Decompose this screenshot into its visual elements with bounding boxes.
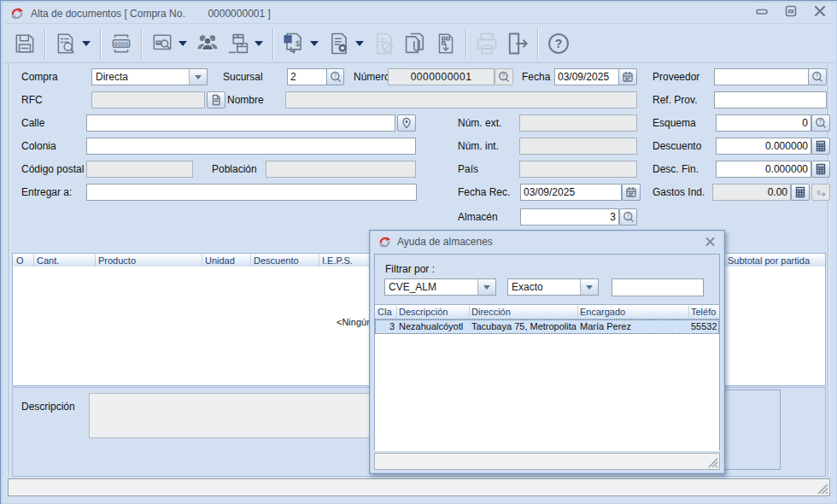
calle-input[interactable] (86, 114, 395, 132)
col-header-unidad[interactable]: Unidad (205, 255, 235, 266)
calculator-icon (815, 163, 827, 175)
ref-prov-input[interactable] (714, 91, 827, 108)
descargar-cfdi-button[interactable] (430, 27, 461, 60)
minimize-icon (755, 4, 769, 18)
document-qr-download-icon (434, 32, 458, 56)
numero-search-button[interactable]: ? (495, 68, 513, 85)
column-divider (95, 255, 96, 267)
adjuntar-documentos-button[interactable] (400, 27, 430, 60)
window-title: Alta de documentos [ Compra No. 00000000… (31, 8, 271, 20)
almacen-input[interactable] (520, 208, 619, 226)
col-header-direccion[interactable]: Dirección (471, 307, 511, 317)
almacen-search-button[interactable]: ? (619, 208, 637, 226)
salir-button[interactable] (502, 27, 533, 60)
calculator-icon (815, 140, 827, 152)
location-pin-icon (401, 117, 413, 129)
rfc-label: RFC (21, 94, 43, 106)
num-ext-label: Núm. ext. (458, 117, 501, 129)
descuento-input[interactable] (716, 138, 811, 155)
gastos-ind-calc-button[interactable] (791, 184, 810, 201)
compra-select[interactable]: Directa (91, 68, 208, 85)
search-help-icon: ? (623, 211, 635, 223)
dialog-title-bar[interactable]: Ayuda de almacenes (370, 231, 724, 253)
sucursal-input[interactable] (287, 68, 327, 85)
save-button[interactable] (9, 27, 40, 60)
filter-field-select[interactable]: CVE_ALM (384, 278, 496, 296)
minimize-button[interactable] (754, 4, 770, 18)
document-small-icon (210, 94, 222, 106)
compra-select-value: Directa (92, 71, 189, 83)
nombre-input (285, 91, 637, 108)
exportar-word-button[interactable]: W $ (278, 27, 309, 60)
estado-documento-dropdown[interactable] (355, 41, 364, 46)
almacen-row-selected[interactable]: 3 Nezahualcóyotl Tacubaya 75, Metropolit… (375, 319, 719, 334)
screen-search-icon (150, 32, 174, 56)
estado-documento-button[interactable] (324, 27, 354, 60)
col-header-telefono[interactable]: Teléfo (691, 307, 716, 317)
search-document-dropdown[interactable] (82, 41, 91, 46)
fecha-input[interactable] (554, 68, 619, 85)
sucursal-search-button[interactable]: ? (326, 68, 344, 85)
exportar-word-dropdown[interactable] (310, 41, 319, 46)
gastos-ind-transfer-button: $ (811, 184, 830, 201)
compra-dropdown-button[interactable] (189, 69, 207, 85)
filter-match-select[interactable]: Exacto (507, 278, 599, 296)
search-help-icon: ? (811, 71, 823, 83)
resize-grip-icon[interactable] (817, 483, 828, 495)
esquema-search-button[interactable]: ? (811, 114, 830, 132)
productos-dropdown[interactable] (255, 41, 263, 46)
svg-text:$: $ (817, 189, 821, 196)
search-document-button[interactable] (50, 27, 81, 60)
col-header-o[interactable]: O (16, 255, 24, 266)
maximize-button[interactable] (783, 4, 799, 18)
vista-documento-button[interactable] (147, 27, 178, 60)
col-header-encargado[interactable]: Encargado (580, 307, 625, 317)
colonia-input[interactable] (86, 138, 416, 155)
almacenes-list[interactable]: Cla Descripción Dirección Encargado Telé… (375, 304, 719, 451)
col-header-ieps[interactable]: I.E.P.S. (322, 255, 353, 266)
entregar-input[interactable] (86, 184, 417, 201)
rfc-document-button[interactable] (207, 91, 225, 108)
descuento-calc-button[interactable] (811, 138, 830, 155)
num-int-input (519, 138, 637, 155)
col-header-cant[interactable]: Cant. (37, 255, 59, 266)
num-ext-input (519, 114, 637, 132)
svg-text:?: ? (333, 73, 337, 79)
dialog-title: Ayuda de almacenes (397, 236, 493, 248)
ref-prov-label: Ref. Prov. (653, 94, 697, 106)
desc-fin-input[interactable] (716, 161, 811, 178)
filter-value-input[interactable] (612, 278, 704, 296)
close-button[interactable] (812, 4, 828, 18)
col-header-descuento[interactable]: Descuento (254, 255, 299, 266)
desc-fin-calc-button[interactable] (811, 161, 830, 178)
calendar-icon (622, 71, 634, 83)
col-header-descripcion[interactable]: Descripción (399, 307, 448, 317)
vista-documento-dropdown[interactable] (179, 41, 187, 46)
productos-button[interactable] (223, 27, 254, 60)
fecha-calendar-button[interactable] (618, 68, 637, 85)
cancelar-documento-button (369, 27, 400, 60)
proveedor-input[interactable] (714, 68, 809, 85)
filter-field-dropdown-button[interactable] (477, 279, 495, 295)
search-help-icon: ? (330, 71, 342, 83)
proveedor-search-button[interactable]: ? (808, 68, 827, 85)
col-header-clave[interactable]: Cla (378, 307, 392, 317)
filter-match-dropdown-button[interactable] (580, 279, 598, 295)
col-header-subtotal[interactable]: Subtotal por partida (728, 255, 810, 266)
ayuda-button[interactable]: ? (543, 27, 574, 60)
svg-text:?: ? (555, 37, 562, 50)
folios-button[interactable]: 0000 (106, 27, 137, 60)
calle-location-button[interactable] (397, 114, 416, 132)
dialog-close-button[interactable] (703, 236, 717, 248)
fecha-rec-input[interactable] (520, 184, 622, 201)
col-header-producto[interactable]: Producto (98, 255, 136, 266)
svg-text:?: ? (818, 119, 822, 125)
cell-telefono: 55532 (691, 321, 718, 331)
esquema-input[interactable] (716, 114, 811, 132)
pais-label: País (458, 163, 478, 175)
proveedores-button[interactable] (192, 27, 223, 60)
calle-label: Calle (21, 117, 44, 129)
fecha-rec-calendar-button[interactable] (622, 184, 641, 201)
resize-grip-icon[interactable] (707, 457, 718, 468)
search-help-icon: ? (815, 117, 827, 129)
